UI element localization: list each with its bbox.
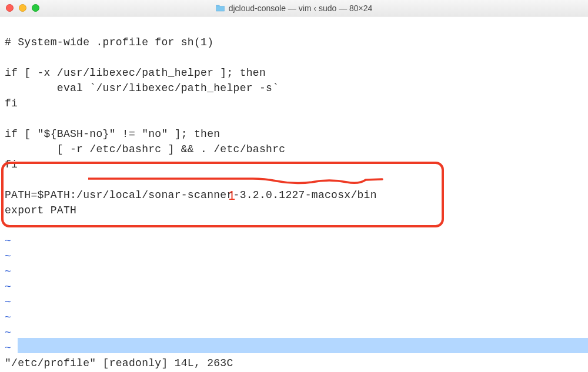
window-title: djcloud-console — vim ‹ sudo — 80×24: [216, 4, 373, 13]
window-title-text: djcloud-console — vim ‹ sudo — 80×24: [229, 4, 373, 13]
vim-tilde: ~: [5, 296, 11, 308]
vim-tilde: ~: [5, 266, 11, 277]
vim-tilde: ~: [5, 327, 11, 339]
traffic-lights: [6, 4, 39, 12]
vim-tilde: ~: [5, 281, 11, 293]
vim-tilde: ~: [5, 342, 11, 354]
code-line: if [ "${BASH-no}" != "no" ]; then: [5, 128, 220, 140]
vim-tilde: ~: [5, 235, 11, 247]
code-line: fi: [5, 98, 18, 109]
code-line: PATH=$PATH:/usr/local/sonar-scanner-3.2.…: [5, 189, 377, 201]
terminal-viewport[interactable]: # System-wide .profile for sh(1) if [ -x…: [0, 16, 588, 358]
code-line: if [ -x /usr/libexec/path_helper ]; then: [5, 67, 266, 79]
window-titlebar: djcloud-console — vim ‹ sudo — 80×24: [0, 0, 588, 16]
code-line: [5, 220, 11, 232]
vim-tilde: ~: [5, 311, 11, 323]
folder-icon: [216, 4, 225, 12]
status-text: "/etc/profile" [readonly] 14L, 263C: [5, 357, 233, 369]
maximize-window-button[interactable]: [32, 4, 39, 12]
close-window-button[interactable]: [6, 4, 14, 12]
code-line: export PATH: [5, 205, 76, 216]
code-line: eval `/usr/libexec/path_helper -s`: [5, 82, 279, 94]
vim-tilde: ~: [5, 250, 11, 262]
vim-status-bar: "/etc/profile" [readonly] 14L, 263C: [0, 357, 588, 372]
code-line: [ -r /etc/bashrc ] && . /etc/bashrc: [5, 143, 285, 155]
minimize-window-button[interactable]: [19, 4, 26, 12]
code-line: # System-wide .profile for sh(1): [5, 36, 213, 48]
code-line: fi: [5, 159, 18, 170]
